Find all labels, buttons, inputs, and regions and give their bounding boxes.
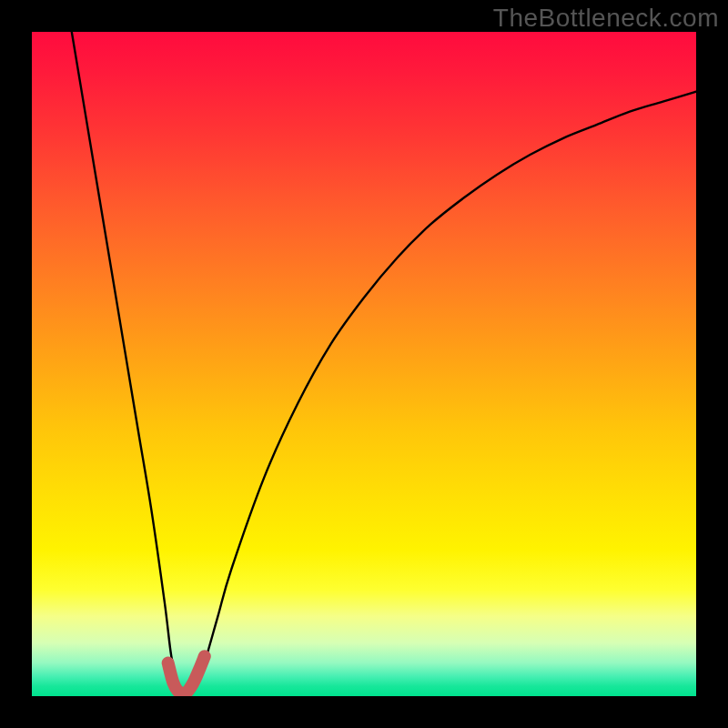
bottleneck-curve [72, 32, 696, 694]
curve-layer [32, 32, 696, 696]
plot-area [32, 32, 696, 696]
optimal-region-highlight [168, 656, 205, 693]
watermark-text: TheBottleneck.com [493, 4, 719, 33]
chart-frame: TheBottleneck.com [0, 0, 728, 728]
